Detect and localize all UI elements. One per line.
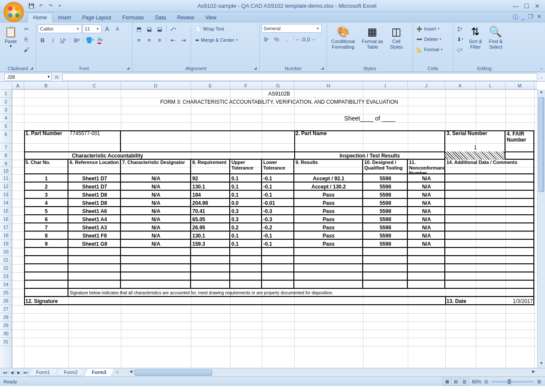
row-header-3[interactable]: 3	[0, 106, 12, 114]
tab-page-layout[interactable]: Page Layout	[77, 12, 117, 22]
cell[interactable]: AS9102B	[24, 90, 534, 98]
cell[interactable]	[24, 289, 68, 297]
cell[interactable]	[230, 264, 262, 272]
cell[interactable]: 0.1	[230, 240, 262, 248]
insert-button[interactable]: ➕Insert▾	[415, 24, 441, 34]
cell[interactable]: Sheet1 A4	[68, 215, 121, 223]
cell[interactable]: Pass	[294, 191, 363, 199]
cell[interactable]	[230, 281, 262, 289]
cell[interactable]: 5598	[363, 231, 408, 240]
cell[interactable]: 14. Additional Data / Comments	[445, 160, 534, 174]
cell[interactable]: 0.3	[230, 207, 262, 215]
sheet-tab-form3[interactable]: Form3	[85, 369, 114, 376]
cell[interactable]	[24, 272, 68, 281]
cell[interactable]: Pass	[294, 223, 363, 231]
alignment-launcher-icon[interactable]: ◢	[254, 66, 257, 70]
tab-home[interactable]: Home	[28, 12, 52, 22]
cell[interactable]: 159.3	[191, 240, 230, 248]
paste-button[interactable]: 📋 Paste ▼	[2, 24, 20, 50]
scroll-up-icon[interactable]: ▲	[538, 90, 545, 96]
zoom-in-icon[interactable]: ⊕	[537, 378, 542, 385]
cell[interactable]: 5598	[363, 174, 408, 182]
cell-styles-button[interactable]: ◫Cell Styles	[388, 24, 406, 52]
row-header-30[interactable]: 30	[0, 330, 12, 338]
row-header-11[interactable]: 11	[0, 174, 12, 182]
row-headers[interactable]: 1234567891011121314151617181920212223242…	[0, 90, 12, 368]
cell[interactable]: Characteristic Accountability	[24, 151, 191, 160]
cell[interactable]: 9	[24, 240, 68, 248]
cell[interactable]: 8	[24, 231, 68, 240]
column-header-l[interactable]: L	[476, 82, 505, 89]
cell[interactable]: -0.1	[262, 240, 294, 248]
cell[interactable]	[294, 248, 363, 256]
tab-next-icon[interactable]: ▶	[15, 370, 22, 375]
cell[interactable]	[363, 264, 408, 272]
cell[interactable]	[445, 191, 534, 199]
cell[interactable]: 5	[24, 207, 68, 215]
cell[interactable]	[262, 272, 294, 281]
cell[interactable]: 65.05	[191, 215, 230, 223]
cell[interactable]: 7	[24, 223, 68, 231]
column-header-m[interactable]: M	[505, 82, 534, 89]
cell[interactable]	[121, 272, 191, 281]
align-middle-icon[interactable]: ⬓	[145, 24, 154, 34]
decrease-decimal-icon[interactable]: .0→	[306, 34, 315, 44]
currency-button[interactable]: $▾	[262, 34, 271, 44]
zoom-slider[interactable]	[491, 381, 534, 383]
cell[interactable]	[445, 207, 534, 215]
cell[interactable]	[121, 256, 191, 264]
cell[interactable]: 3. Serial Number	[445, 130, 505, 143]
cell[interactable]: N/A	[121, 231, 191, 240]
cell[interactable]	[24, 281, 68, 289]
number-launcher-icon[interactable]: ◢	[321, 66, 324, 70]
cell[interactable]	[363, 281, 408, 289]
cell[interactable]: 70.41	[191, 207, 230, 215]
cell[interactable]	[24, 264, 68, 272]
cell[interactable]	[121, 264, 191, 272]
spreadsheet[interactable]: ABCDEFGHIJKLM 12345678910111213141516171…	[0, 82, 545, 368]
align-top-icon[interactable]: ⬒	[134, 24, 144, 34]
cell[interactable]: Upper Tolerance	[230, 160, 262, 174]
italic-button[interactable]: I	[48, 35, 58, 45]
cell[interactable]: -0.1	[262, 182, 294, 191]
increase-decimal-icon[interactable]: ←.0	[296, 34, 305, 44]
vertical-scrollbar[interactable]: ▲ ▼	[537, 90, 545, 368]
row-header-7[interactable]: 7	[0, 143, 12, 151]
cell[interactable]	[68, 248, 121, 256]
cell[interactable]	[294, 264, 363, 272]
cell[interactable]: Sheet____ of ____	[294, 114, 445, 122]
cell[interactable]	[408, 264, 445, 272]
cell[interactable]: N/A	[408, 182, 445, 191]
cell[interactable]: Accept / 130.2	[294, 182, 363, 191]
column-header-d[interactable]: D	[121, 82, 191, 89]
tab-view[interactable]: View	[200, 12, 222, 22]
row-header-22[interactable]: 22	[0, 264, 12, 272]
cell[interactable]	[191, 281, 230, 289]
row-header-8[interactable]: 8	[0, 151, 12, 160]
cell[interactable]	[191, 248, 230, 256]
cell[interactable]: 130.1	[191, 231, 230, 240]
cell[interactable]: N/A	[121, 174, 191, 182]
cell[interactable]: 1	[445, 143, 505, 151]
vscroll-thumb[interactable]	[539, 97, 544, 192]
scroll-down-icon[interactable]: ▼	[538, 361, 545, 368]
cell[interactable]: N/A	[121, 191, 191, 199]
cell[interactable]	[191, 256, 230, 264]
cell[interactable]	[262, 281, 294, 289]
font-size-combo[interactable]: 11▼	[83, 25, 102, 33]
cell[interactable]	[230, 248, 262, 256]
grow-font-icon[interactable]: A	[102, 24, 112, 34]
select-all-corner[interactable]	[0, 82, 12, 90]
comma-button[interactable]: ,	[282, 34, 292, 44]
cell[interactable]: N/A	[121, 199, 191, 207]
cell[interactable]: -0.3	[262, 207, 294, 215]
cell[interactable]	[408, 248, 445, 256]
cell[interactable]	[363, 256, 408, 264]
row-header-1[interactable]: 1	[0, 90, 12, 98]
restore-window-icon[interactable]: ❐	[528, 13, 533, 21]
cell[interactable]: 130.1	[191, 182, 230, 191]
cell[interactable]: 12. Signature	[24, 297, 68, 305]
row-header-21[interactable]: 21	[0, 256, 12, 264]
cell[interactable]: N/A	[408, 174, 445, 182]
cell[interactable]: 5598	[363, 240, 408, 248]
